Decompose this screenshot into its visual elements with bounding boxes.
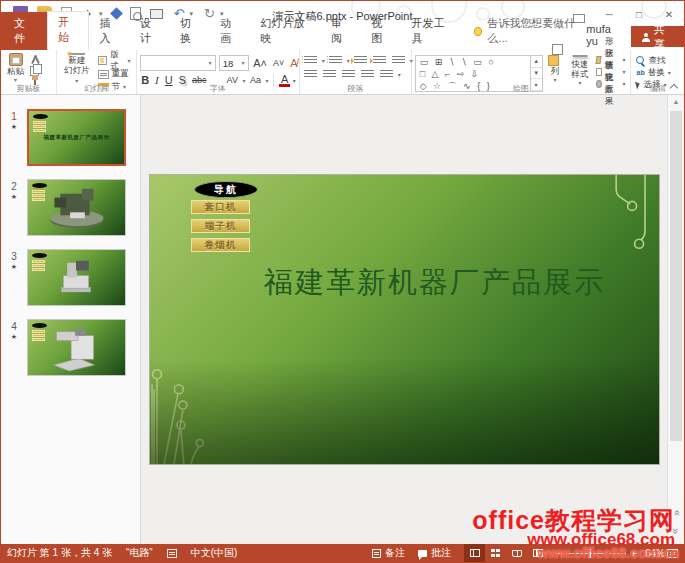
slide-thumbnail-panel: 1 ★ 福建革新机器厂产品展示 2 ★ bbox=[1, 95, 141, 544]
layout-button[interactable]: 版式▾ bbox=[96, 54, 133, 67]
animation-star-icon: ★ bbox=[1, 263, 27, 271]
slide-4-thumbnail[interactable] bbox=[27, 319, 126, 376]
scroll-up-icon[interactable]: ▲ bbox=[668, 98, 684, 105]
increase-font-icon[interactable]: A˄ bbox=[252, 57, 269, 70]
align-right-icon[interactable] bbox=[342, 69, 356, 80]
new-slide-button[interactable]: 新建 幻灯片 ▾ bbox=[60, 53, 93, 83]
format-painter-icon[interactable] bbox=[29, 74, 42, 83]
tab-slideshow[interactable]: 幻灯片放映 bbox=[250, 12, 321, 50]
machine-image-3 bbox=[28, 250, 125, 306]
find-icon bbox=[636, 56, 645, 65]
decrease-font-icon[interactable]: A˅ bbox=[271, 57, 285, 70]
quick-styles-button[interactable]: 快速样式 ▾ bbox=[568, 53, 593, 83]
line-spacing-icon[interactable] bbox=[392, 55, 406, 66]
replace-icon: ab bbox=[636, 69, 644, 76]
font-name-combo[interactable]: ▾ bbox=[140, 55, 216, 71]
shapes-scroll-down-icon[interactable]: ▼ bbox=[531, 68, 542, 80]
animation-star-icon: ★ bbox=[1, 333, 27, 341]
slide-title[interactable]: 福建革新机器厂产品展示 bbox=[220, 263, 649, 303]
reading-view-icon bbox=[512, 550, 522, 557]
tab-home[interactable]: 开始 bbox=[47, 11, 89, 50]
language-status[interactable]: 中文(中国) bbox=[191, 546, 238, 560]
reset-icon bbox=[98, 70, 109, 79]
slide-number: 4 bbox=[1, 321, 27, 332]
thumbnail-item-3[interactable]: 3 ★ bbox=[1, 249, 140, 306]
tab-view[interactable]: 视图 bbox=[361, 12, 401, 50]
slide-sorter-view-button[interactable] bbox=[485, 544, 506, 562]
nav-oval-button[interactable]: 导航 bbox=[194, 181, 258, 198]
numbering-icon[interactable] bbox=[329, 55, 343, 66]
slide-number: 2 bbox=[1, 181, 27, 192]
slide-1-thumbnail[interactable]: 福建革新机器厂产品展示 bbox=[27, 109, 126, 166]
lightbulb-icon bbox=[474, 27, 482, 36]
nav-button-taokouji[interactable]: 套口机 bbox=[191, 200, 250, 214]
reset-button[interactable]: 重置 bbox=[96, 68, 133, 80]
paste-button[interactable]: 粘贴 ▾ bbox=[4, 53, 27, 83]
tab-file[interactable]: 文件 bbox=[1, 12, 47, 50]
align-center-icon[interactable] bbox=[323, 69, 337, 80]
nav-button-duanziji[interactable]: 端子机 bbox=[191, 219, 250, 233]
tab-design[interactable]: 设计 bbox=[130, 12, 170, 50]
font-size-combo[interactable]: 18▾ bbox=[219, 55, 249, 71]
group-slides: 新建 幻灯片 ▾ 版式▾ 重置 节▾ 幻灯片 bbox=[57, 50, 136, 94]
shape-fill-icon bbox=[596, 56, 603, 64]
vertical-scrollbar[interactable]: ▲ » » bbox=[667, 95, 684, 544]
slide-sorter-icon bbox=[491, 549, 500, 557]
comments-icon bbox=[418, 550, 427, 557]
slide-canvas[interactable]: 导航 套口机 端子机 卷烟机 福建革新机器厂产品展示 bbox=[149, 174, 660, 465]
find-button[interactable]: 查找 bbox=[636, 55, 670, 66]
comments-toggle[interactable]: 批注 bbox=[418, 546, 451, 560]
paste-label: 粘贴 bbox=[7, 67, 24, 77]
font-group-label: 字体 bbox=[137, 83, 299, 94]
share-button[interactable]: 共享 bbox=[631, 26, 684, 47]
new-slide-label-2: 幻灯片 bbox=[64, 65, 90, 75]
replace-button[interactable]: ab替换▾ bbox=[636, 67, 670, 78]
slide-number: 1 bbox=[1, 111, 27, 122]
reading-view-button[interactable] bbox=[506, 544, 527, 562]
clipboard-group-label: 剪贴板 bbox=[1, 83, 56, 94]
watermark-url-overlay: www.office68.com.cn bbox=[537, 545, 679, 561]
normal-view-button[interactable] bbox=[464, 544, 485, 562]
nav-button-juanyanji[interactable]: 卷烟机 bbox=[191, 238, 250, 252]
tab-insert[interactable]: 插入 bbox=[89, 12, 129, 50]
animation-star-icon: ★ bbox=[1, 193, 27, 201]
tab-transitions[interactable]: 切换 bbox=[170, 12, 210, 50]
slides-group-label: 幻灯片 bbox=[57, 83, 135, 94]
justify-icon[interactable] bbox=[361, 69, 375, 80]
thumbnail-item-1[interactable]: 1 ★ 福建革新机器厂产品展示 bbox=[1, 109, 140, 166]
workspace: 1 ★ 福建革新机器厂产品展示 2 ★ bbox=[1, 95, 684, 544]
clear-formatting-icon[interactable]: A̸ bbox=[289, 57, 299, 70]
collapse-ribbon-icon[interactable] bbox=[670, 83, 677, 90]
tell-me-label: 告诉我您想要做什么... bbox=[487, 16, 586, 46]
proofing-icon[interactable] bbox=[167, 549, 177, 558]
slide-3-thumbnail[interactable] bbox=[27, 249, 126, 306]
thumbnail-item-4[interactable]: 4 ★ bbox=[1, 319, 140, 376]
shapes-scroll-up-icon[interactable]: ▲ bbox=[531, 56, 542, 68]
bullets-icon[interactable] bbox=[304, 55, 318, 66]
shapes-row-2: □ △ ⌐ ⇨ ⇩ bbox=[420, 68, 526, 80]
copy-icon[interactable] bbox=[29, 64, 42, 73]
tab-review[interactable]: 审阅 bbox=[321, 12, 361, 50]
paste-icon bbox=[9, 53, 23, 66]
group-drawing: ▭ ⊞ ∖ ∖ ▭ ○ □ △ ⌐ ⇨ ⇩ ◇ ☆ ⌒ ∿ { } ▲ ▼ ▾ … bbox=[412, 50, 632, 94]
machine-image-4 bbox=[28, 320, 125, 376]
thumbnail-item-2[interactable]: 2 ★ bbox=[1, 179, 140, 236]
notes-toggle[interactable]: 备注 bbox=[372, 546, 405, 560]
slide-2-thumbnail[interactable] bbox=[27, 179, 126, 236]
animation-star-icon: ★ bbox=[1, 123, 27, 131]
slide-count-status[interactable]: 幻灯片 第 1 张，共 4 张 bbox=[7, 546, 112, 560]
powerpoint-window: ▾ ↶ ▾ ↻ ▾ 演示文稿6.pptx - PowerPoint ─ □ ✕ … bbox=[0, 0, 685, 563]
quick-styles-icon bbox=[572, 55, 588, 57]
tab-animations[interactable]: 动画 bbox=[210, 12, 250, 50]
tell-me-box[interactable]: 告诉我您想要做什么... bbox=[474, 16, 586, 50]
cut-icon[interactable] bbox=[29, 54, 42, 63]
scrollbar-thumb[interactable] bbox=[670, 111, 682, 441]
tab-developer[interactable]: 开发工具 bbox=[401, 12, 461, 50]
theme-name-status[interactable]: “电路” bbox=[126, 546, 153, 560]
slide-editor-area: 导航 套口机 端子机 卷烟机 福建革新机器厂产品展示 ▲ » » bbox=[141, 95, 684, 544]
decrease-indent-icon[interactable] bbox=[354, 55, 368, 66]
increase-indent-icon[interactable] bbox=[373, 55, 387, 66]
columns-icon[interactable] bbox=[380, 69, 394, 80]
arrange-button[interactable]: 排列 ▾ bbox=[545, 53, 566, 83]
align-left-icon[interactable] bbox=[304, 69, 318, 80]
